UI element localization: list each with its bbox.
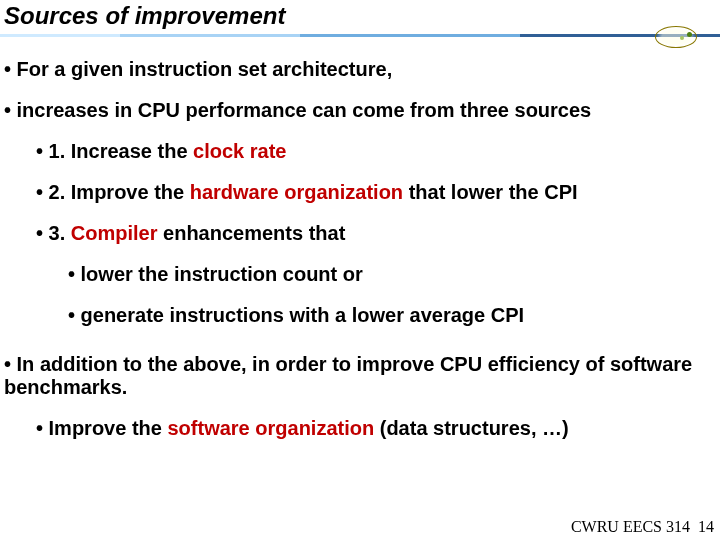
text: 1. Increase the (49, 140, 194, 162)
text: (data structures, …) (374, 417, 568, 439)
halo-dot-icon (687, 32, 692, 37)
highlight-red: hardware organization (190, 181, 403, 203)
bullet-level1: Improve the software organization (data … (36, 417, 716, 440)
bullet-level0: In addition to the above, in order to im… (4, 353, 716, 399)
bullet-level1: 3. Compiler enhancements that (36, 222, 716, 245)
text: 3. (49, 222, 71, 244)
text: 2. Improve the (49, 181, 190, 203)
text: enhancements that (158, 222, 346, 244)
text: that lower the CPI (403, 181, 577, 203)
title-underline (0, 34, 720, 37)
bullet-level1: 2. Improve the hardware organization tha… (36, 181, 716, 204)
bullet-level0: increases in CPU performance can come fr… (4, 99, 716, 122)
bullet-level1: 1. Increase the clock rate (36, 140, 716, 163)
text: Improve the (49, 417, 168, 439)
slide: Sources of improvement For a given instr… (0, 0, 720, 540)
slide-footer: CWRU EECS 314 14 (571, 518, 714, 536)
highlight-red: software organization (167, 417, 374, 439)
footer-course: CWRU EECS 314 (571, 518, 690, 535)
content-area: For a given instruction set architecture… (4, 58, 716, 458)
highlight-red: clock rate (193, 140, 286, 162)
highlight-red: Compiler (71, 222, 158, 244)
slide-title: Sources of improvement (4, 2, 285, 30)
decorative-halo-icon (655, 26, 697, 48)
bullet-level2: lower the instruction count or (68, 263, 716, 286)
bullet-level0: For a given instruction set architecture… (4, 58, 716, 81)
footer-page-number: 14 (698, 518, 714, 535)
bullet-level2: generate instructions with a lower avera… (68, 304, 716, 327)
halo-dot-icon (680, 36, 684, 40)
